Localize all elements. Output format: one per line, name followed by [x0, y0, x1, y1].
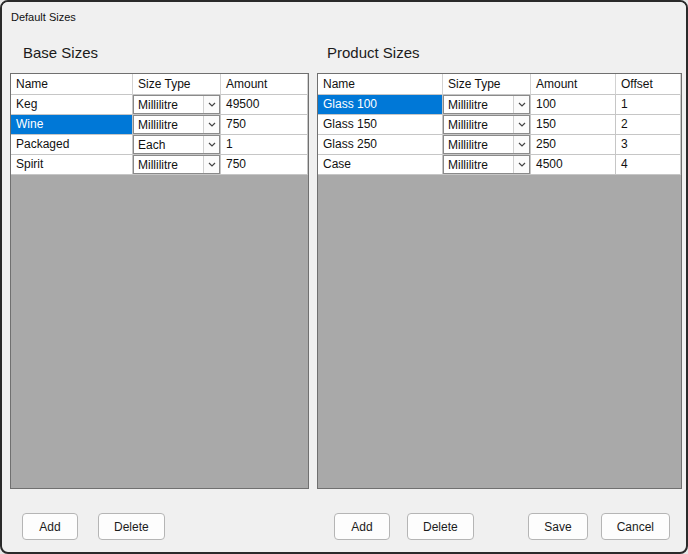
cell-name[interactable]: Glass 100	[318, 95, 443, 115]
cell-amount[interactable]: 100	[531, 95, 616, 115]
cell-amount[interactable]: 750	[221, 115, 308, 135]
size-type-select[interactable]: Millilitre	[443, 95, 530, 114]
cell-offset[interactable]: 1	[616, 95, 681, 115]
table-row: Glass 150 Millilitre 150 2	[318, 115, 681, 135]
titlebar[interactable]: Default Sizes	[2, 2, 686, 31]
column-header-amount[interactable]: Amount	[531, 74, 616, 95]
table-row: Keg Millilitre 49500	[11, 95, 308, 115]
size-type-select[interactable]: Millilitre	[443, 135, 530, 154]
column-header-size-type[interactable]: Size Type	[133, 74, 221, 95]
chevron-down-icon[interactable]	[203, 96, 219, 113]
table-row: Glass 100 Millilitre 100 1	[318, 95, 681, 115]
base-sizes-buttons: Add Delete	[22, 513, 165, 540]
chevron-down-icon[interactable]	[203, 156, 219, 173]
cell-name[interactable]: Glass 250	[318, 135, 443, 155]
column-header-name[interactable]: Name	[11, 74, 133, 95]
dialog-buttons: Save Cancel	[528, 513, 670, 540]
cell-amount[interactable]: 150	[531, 115, 616, 135]
size-type-value: Millilitre	[134, 96, 203, 113]
product-delete-button[interactable]: Delete	[407, 513, 474, 540]
chevron-down-icon[interactable]	[203, 136, 219, 153]
product-add-button[interactable]: Add	[334, 513, 390, 540]
chevron-down-icon[interactable]	[513, 156, 529, 173]
size-type-value: Each	[134, 136, 203, 153]
chevron-down-icon[interactable]	[513, 96, 529, 113]
size-type-select[interactable]: Millilitre	[443, 115, 530, 134]
cell-offset[interactable]: 4	[616, 155, 681, 175]
size-type-select[interactable]: Millilitre	[133, 95, 220, 114]
default-sizes-dialog: Default Sizes Base Sizes Product Sizes N…	[0, 0, 688, 554]
chevron-down-icon[interactable]	[513, 136, 529, 153]
product-sizes-grid: Name Size Type Amount Offset Glass 100 M…	[317, 73, 682, 489]
cell-size-type: Millilitre	[133, 95, 221, 115]
size-type-value: Millilitre	[444, 136, 513, 153]
column-header-size-type[interactable]: Size Type	[443, 74, 531, 95]
cell-size-type: Millilitre	[443, 95, 531, 115]
window-title: Default Sizes	[11, 11, 76, 23]
cell-size-type: Millilitre	[443, 155, 531, 175]
cell-name[interactable]: Spirit	[11, 155, 133, 175]
table-row: Glass 250 Millilitre 250 3	[318, 135, 681, 155]
cell-name[interactable]: Case	[318, 155, 443, 175]
size-type-value: Millilitre	[444, 156, 513, 173]
size-type-value: Millilitre	[444, 96, 513, 113]
base-sizes-label: Base Sizes	[23, 44, 98, 61]
size-type-value: Millilitre	[134, 156, 203, 173]
column-header-amount[interactable]: Amount	[221, 74, 308, 95]
cell-name[interactable]: Glass 150	[318, 115, 443, 135]
table-row: Spirit Millilitre 750	[11, 155, 308, 175]
cell-name[interactable]: Packaged	[11, 135, 133, 155]
cell-amount[interactable]: 250	[531, 135, 616, 155]
size-type-select[interactable]: Each	[133, 135, 220, 154]
grid-header-row: Name Size Type Amount Offset	[318, 74, 681, 95]
base-sizes-grid: Name Size Type Amount Keg Millilitre 495…	[10, 73, 309, 489]
cell-size-type: Millilitre	[443, 115, 531, 135]
cell-amount[interactable]: 1	[221, 135, 308, 155]
cell-amount[interactable]: 49500	[221, 95, 308, 115]
cell-size-type: Millilitre	[133, 155, 221, 175]
cell-size-type: Millilitre	[133, 115, 221, 135]
save-button[interactable]: Save	[528, 513, 587, 540]
product-sizes-buttons: Add Delete	[334, 513, 474, 540]
size-type-select[interactable]: Millilitre	[133, 115, 220, 134]
grid-header-row: Name Size Type Amount	[11, 74, 308, 95]
table-row: Packaged Each 1	[11, 135, 308, 155]
chevron-down-icon[interactable]	[513, 116, 529, 133]
cell-size-type: Millilitre	[443, 135, 531, 155]
base-delete-button[interactable]: Delete	[98, 513, 165, 540]
column-header-offset[interactable]: Offset	[616, 74, 681, 95]
product-sizes-label: Product Sizes	[327, 44, 420, 61]
column-header-name[interactable]: Name	[318, 74, 443, 95]
size-type-value: Millilitre	[444, 116, 513, 133]
size-type-select[interactable]: Millilitre	[443, 155, 530, 174]
cell-offset[interactable]: 3	[616, 135, 681, 155]
cell-name[interactable]: Wine	[11, 115, 133, 135]
cancel-button[interactable]: Cancel	[601, 513, 670, 540]
table-row: Wine Millilitre 750	[11, 115, 308, 135]
cell-amount[interactable]: 4500	[531, 155, 616, 175]
cell-size-type: Each	[133, 135, 221, 155]
base-add-button[interactable]: Add	[22, 513, 78, 540]
size-type-select[interactable]: Millilitre	[133, 155, 220, 174]
table-row: Case Millilitre 4500 4	[318, 155, 681, 175]
cell-amount[interactable]: 750	[221, 155, 308, 175]
chevron-down-icon[interactable]	[203, 116, 219, 133]
cell-offset[interactable]: 2	[616, 115, 681, 135]
size-type-value: Millilitre	[134, 116, 203, 133]
cell-name[interactable]: Keg	[11, 95, 133, 115]
